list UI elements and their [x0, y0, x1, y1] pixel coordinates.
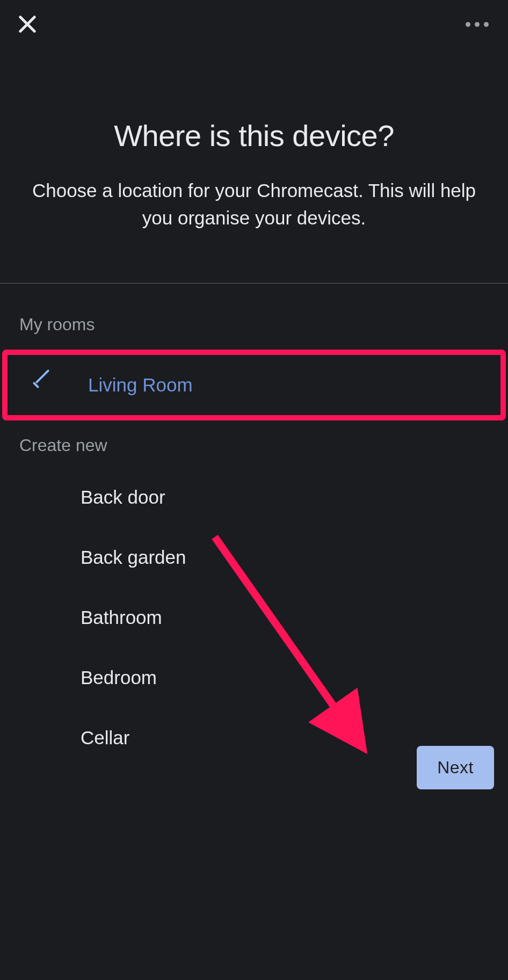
room-label: Cellar	[81, 727, 129, 749]
checkmark-icon	[29, 372, 55, 398]
more-icon[interactable]	[461, 12, 493, 37]
annotation-highlight: Living Room	[2, 350, 506, 420]
room-back-garden[interactable]: Back garden	[0, 527, 508, 587]
top-bar	[0, 0, 508, 48]
room-label: Bathroom	[81, 607, 162, 628]
room-label: Bedroom	[81, 667, 157, 688]
room-bedroom[interactable]: Bedroom	[0, 648, 508, 708]
next-button[interactable]: Next	[417, 746, 494, 789]
room-back-door[interactable]: Back door	[0, 467, 508, 527]
close-icon[interactable]	[15, 12, 40, 37]
page-subtitle: Choose a location for your Chromecast. T…	[28, 177, 480, 232]
room-label: Back door	[81, 487, 165, 508]
room-label: Living Room	[88, 374, 193, 396]
room-bathroom[interactable]: Bathroom	[0, 587, 508, 648]
page-title: Where is this device?	[0, 118, 508, 153]
section-my-rooms: My rooms	[0, 303, 508, 346]
room-living-room[interactable]: Living Room	[8, 355, 500, 415]
room-label: Back garden	[81, 547, 186, 568]
section-create-new: Create new	[0, 424, 508, 467]
